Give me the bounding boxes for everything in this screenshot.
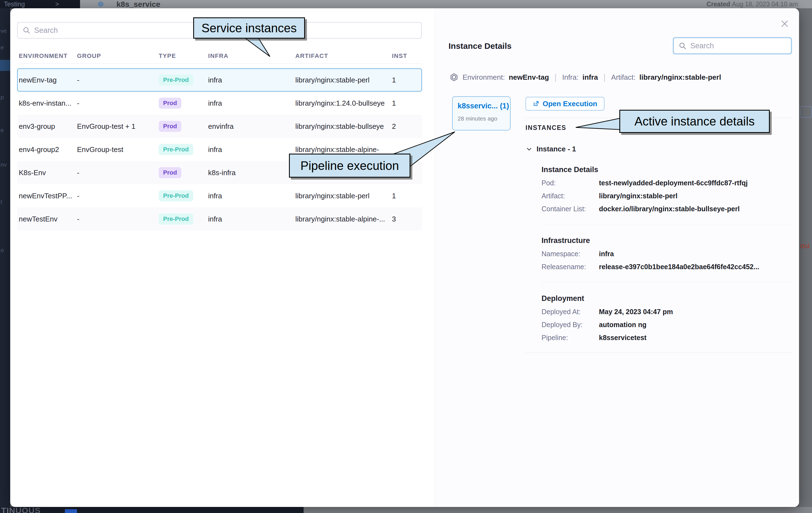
divider (542, 224, 793, 224)
background-bottombar-navy: TINUOUS (0, 507, 303, 513)
container-list-label: Container List: (542, 205, 599, 213)
sidebar-fragment: o (1, 247, 4, 253)
sidebar-fragment: e (1, 44, 4, 51)
search-icon (23, 27, 30, 34)
sidebar-fragment: e (1, 127, 4, 133)
infra-value: infra (582, 73, 598, 82)
execution-name: k8sservic... (1) (458, 102, 510, 110)
cell-artifact: library/nginx:stable-perl (295, 76, 392, 84)
col-artifact: ARTIFACT (295, 52, 392, 60)
separator: | (553, 72, 558, 82)
cell-infra: infra (208, 99, 295, 108)
cell-environment: newEnvTestPP... (19, 192, 77, 200)
divider (542, 282, 793, 282)
artifact-value: library/nginx:stable-perl (599, 192, 677, 200)
execution-time: 28 minutes ago (458, 115, 510, 122)
chevron-down-icon (525, 146, 533, 153)
namespace-label: Namespace: (542, 250, 599, 258)
sidebar-fragment: p (1, 94, 4, 100)
env-type-badge: Prod (159, 121, 181, 132)
breadcrumb-chevron-icon: > (55, 0, 59, 8)
cell-inst: 1 (392, 76, 422, 84)
deployed-at-value: May 24, 2023 04:47 pm (599, 308, 673, 316)
table-row[interactable]: k8s-env-instan... - Prod infra library/n… (17, 92, 422, 115)
table-row[interactable]: newEnvTestPP... - Pre-Prod infra library… (17, 184, 422, 207)
external-link-icon (533, 100, 539, 107)
cell-group: EnvGroup-test + 1 (77, 122, 159, 131)
section-heading: Instance Details (542, 165, 793, 174)
col-type: TYPE (159, 52, 208, 60)
service-instances-panel: ENVIRONMENT GROUP TYPE INFRA ARTIFACT IN… (10, 8, 435, 507)
deployed-at-label: Deployed At: (542, 308, 599, 316)
service-cube-icon (97, 1, 104, 8)
pipeline-execution-card[interactable]: k8sservic... (1) 28 minutes ago (452, 96, 511, 130)
cell-infra: infra (208, 215, 295, 223)
callout-service-instances: Service instances (193, 18, 305, 39)
background-accent-rect (65, 509, 77, 513)
cell-artifact: library/nginx:stable-perl (295, 192, 392, 200)
created-label: Created (706, 1, 730, 8)
background-right-edge: ou (799, 8, 812, 507)
open-execution-button[interactable]: Open Execution (525, 97, 604, 111)
cell-environment: K8s-Env (19, 169, 77, 177)
cell-environment: k8s-env-instan... (19, 99, 77, 108)
col-infra: INFRA (208, 52, 295, 60)
cell-group: - (77, 99, 159, 108)
background-breadcrumb: Testing > (0, 0, 80, 8)
table-row[interactable]: env3-group EnvGroup-test + 1 Prod envinf… (17, 115, 422, 138)
instance-expander[interactable]: Instance - 1 (525, 145, 793, 153)
env-type-badge: Pre-Prod (159, 74, 193, 86)
right-edge-fragment: ou (800, 241, 810, 250)
cell-artifact: library/nginx:stable-alpine- (295, 145, 392, 154)
callout-active-instance-details: Active instance details (619, 110, 770, 133)
cell-group: EnvGroup-test (77, 145, 159, 154)
cell-infra: infra (208, 145, 295, 154)
instance-summary-bar: Environment: newEnv-tag | Infra: infra |… (450, 71, 721, 83)
col-inst: INST (392, 52, 422, 60)
namespace-value: infra (599, 250, 614, 258)
search-input[interactable] (690, 42, 791, 50)
releasename-value: release-e397c0b1bee184a0e2bae64f6fe42cc4… (599, 263, 759, 271)
cell-infra: envinfra (208, 122, 295, 131)
cell-infra: infra (208, 76, 295, 84)
section-heading: Deployment (542, 294, 793, 303)
cell-infra: infra (208, 192, 295, 200)
cell-group: - (77, 169, 159, 177)
env-type-badge: Pre-Prod (159, 213, 193, 224)
environment-label: Environment: (463, 73, 505, 82)
deployed-by-label: Deployed By: (542, 321, 599, 329)
cell-inst: 1 (392, 192, 422, 200)
cell-environment: newEnv-tag (19, 76, 77, 84)
sidebar-fragment: ve (1, 28, 7, 34)
cell-environment: newTestEnv (19, 215, 77, 223)
section-heading: Infrastructure (542, 236, 793, 245)
created-value: Aug 18, 2023 04:10 am (732, 1, 798, 8)
cell-group: - (77, 76, 159, 84)
instance-title: Instance - 1 (536, 145, 576, 153)
background-created-text: Created Aug 18, 2023 04:10 am (706, 1, 798, 8)
open-execution-label: Open Execution (543, 99, 597, 108)
cell-inst: 1 (392, 99, 422, 108)
env-type-badge: Pre-Prod (159, 190, 193, 201)
env-type-badge: Pre-Prod (159, 144, 193, 155)
instance-details-section: Instance Details Pod:test-newlyadded-dep… (542, 165, 793, 213)
pipeline-value: k8sservicetest (599, 334, 646, 342)
instance-search[interactable] (673, 37, 791, 54)
panel-title: Instance Details (448, 41, 512, 51)
sidebar-active-highlight (0, 60, 10, 71)
search-icon (679, 42, 687, 50)
close-icon[interactable] (778, 17, 792, 31)
table-row[interactable]: newTestEnv - Pre-Prod infra library/ngin… (17, 207, 422, 231)
pipeline-label: Pipeline: (542, 334, 599, 342)
table-row[interactable]: newEnv-tag - Pre-Prod infra library/ngin… (17, 68, 422, 92)
cell-infra: k8s-infra (208, 169, 295, 177)
pod-label: Pod: (542, 179, 599, 187)
background-right-bluebox (800, 106, 812, 118)
cell-artifact: library/nginx:1.24.0-bullseye (295, 99, 392, 108)
sidebar-fragment: nv (1, 161, 7, 168)
callout-pipeline-execution: Pipeline execution (289, 154, 410, 178)
cell-artifact: library/nginx:stable-alpine-... (295, 215, 392, 223)
breadcrumb-fragment: Testing (4, 0, 25, 8)
background-service-title: k8s_service (116, 0, 161, 8)
instance-card: Instance - 1 Instance Details Pod:test-n… (525, 145, 793, 353)
